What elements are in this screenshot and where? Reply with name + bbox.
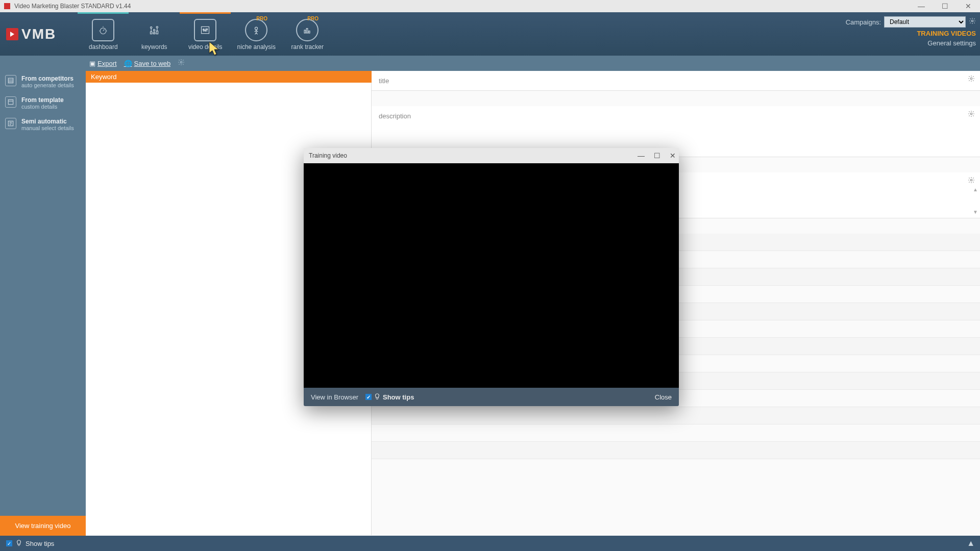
view-training-video-button[interactable]: View training video xyxy=(0,516,86,536)
bulb-icon xyxy=(15,539,22,548)
sidebar-item-semi-auto[interactable]: Semi automatic manual select details xyxy=(0,114,86,135)
svg-rect-18 xyxy=(8,99,13,104)
modal-footer: View in Browser ✓ Show tips Close xyxy=(304,388,679,406)
svg-point-8 xyxy=(203,29,205,31)
sidebar-sub: custom details xyxy=(21,104,64,110)
svg-point-10 xyxy=(206,29,208,30)
modal-show-tips-toggle[interactable]: ✓ Show tips xyxy=(365,393,414,402)
tab-label: dashboard xyxy=(89,43,118,51)
general-settings-link[interactable]: General settings xyxy=(927,39,976,47)
video-player[interactable] xyxy=(304,163,679,388)
check-icon: ✓ xyxy=(365,394,372,400)
save-to-web-link[interactable]: 🌐 Save to web xyxy=(124,60,171,67)
competitors-icon xyxy=(5,75,16,86)
modal-close-link[interactable]: Close xyxy=(655,393,672,401)
tab-keywords[interactable]: keywords xyxy=(129,12,180,56)
list-row xyxy=(372,407,980,424)
campaigns-row: Campaigns: Default xyxy=(846,16,976,28)
show-tips-toggle[interactable]: ✓ Show tips xyxy=(6,539,54,548)
gear-icon[interactable] xyxy=(968,75,975,84)
svg-point-11 xyxy=(255,27,258,30)
view-in-browser-link[interactable]: View in Browser xyxy=(311,393,358,401)
save-web-label: Save to web xyxy=(134,60,171,67)
keywords-icon xyxy=(143,19,165,41)
close-window-button[interactable]: ✕ xyxy=(957,0,980,12)
app-icon xyxy=(4,3,10,9)
tab-rank-tracker[interactable]: PRO rank tracker xyxy=(282,12,333,56)
template-icon xyxy=(5,96,16,108)
modal-maximize-button[interactable]: ☐ xyxy=(654,152,660,160)
tab-label: keywords xyxy=(141,43,167,51)
tab-label: video details xyxy=(188,43,223,51)
check-icon: ✓ xyxy=(6,540,12,546)
list-row xyxy=(372,424,980,442)
semi-auto-icon xyxy=(5,118,16,129)
globe-icon: 🌐 xyxy=(124,60,132,67)
top-nav: VMB dashboard keywords video details PRO xyxy=(0,12,980,56)
svg-rect-5 xyxy=(154,33,155,34)
logo-text: VMB xyxy=(21,26,56,42)
sidebar-title: From competitors xyxy=(21,75,74,82)
pro-badge: PRO xyxy=(307,16,318,21)
logo-icon xyxy=(6,28,18,40)
training-video-modal: Training video — ☐ ✕ View in Browser ✓ S… xyxy=(304,148,679,406)
window-titlebar: Video Marketing Blaster STANDARD v1.44 —… xyxy=(0,0,980,12)
svg-rect-12 xyxy=(304,30,306,33)
svg-rect-4 xyxy=(151,32,152,34)
gear-icon[interactable] xyxy=(968,110,975,119)
sidebar: From competitors auto generate details F… xyxy=(0,71,86,536)
export-icon: ▣ xyxy=(89,60,95,67)
tab-dashboard[interactable]: dashboard xyxy=(78,12,129,56)
pro-badge: PRO xyxy=(256,16,267,21)
gear-icon[interactable] xyxy=(969,17,976,27)
nav-tabs: dashboard keywords video details PRO nic… xyxy=(78,12,333,56)
svg-point-16 xyxy=(180,61,182,63)
modal-show-tips-label: Show tips xyxy=(383,393,414,401)
tab-video-details[interactable]: video details xyxy=(180,12,231,56)
svg-point-20 xyxy=(970,78,972,80)
sub-toolbar: ▣ Export 🌐 Save to web xyxy=(0,56,980,71)
modal-window-controls: — ☐ ✕ xyxy=(638,152,676,160)
svg-point-21 xyxy=(970,113,972,115)
export-label: Export xyxy=(97,60,117,67)
sidebar-text: From template custom details xyxy=(21,96,64,110)
title-label: title xyxy=(379,77,389,85)
svg-point-1 xyxy=(151,27,152,28)
modal-minimize-button[interactable]: — xyxy=(638,152,645,160)
svg-point-15 xyxy=(971,20,973,22)
modal-close-button[interactable]: ✕ xyxy=(670,152,676,160)
sidebar-text: Semi automatic manual select details xyxy=(21,118,74,131)
scroll-down-icon[interactable]: ▼ xyxy=(973,209,978,215)
sidebar-title: Semi automatic xyxy=(21,118,74,125)
window-title: Video Marketing Blaster STANDARD v1.44 xyxy=(14,3,131,10)
tab-niche-analysis[interactable]: PRO niche analysis xyxy=(231,12,282,56)
bulb-icon xyxy=(374,393,381,402)
training-videos-link[interactable]: TRAINING VIDEOS xyxy=(917,30,976,37)
title-field[interactable]: title xyxy=(372,71,980,91)
video-details-icon xyxy=(194,19,216,41)
svg-point-22 xyxy=(970,179,972,181)
dashboard-icon xyxy=(92,19,114,41)
expand-icon[interactable]: ▲ xyxy=(967,539,975,548)
export-link[interactable]: ▣ Export xyxy=(89,60,117,67)
minimize-button[interactable]: — xyxy=(910,0,933,12)
sidebar-item-template[interactable]: From template custom details xyxy=(0,92,86,114)
rank-tracker-icon xyxy=(296,19,318,41)
maximize-button[interactable]: ☐ xyxy=(933,0,957,12)
svg-point-2 xyxy=(154,29,155,31)
svg-rect-17 xyxy=(8,78,13,83)
list-row xyxy=(372,442,980,459)
niche-analysis-icon xyxy=(245,19,267,41)
sidebar-item-competitors[interactable]: From competitors auto generate details xyxy=(0,71,86,92)
svg-rect-6 xyxy=(156,31,158,34)
gear-icon[interactable] xyxy=(968,177,975,186)
campaigns-select[interactable]: Default xyxy=(884,16,966,28)
scroll-up-icon[interactable]: ▲ xyxy=(973,187,978,192)
loading-icon xyxy=(178,59,185,68)
tab-label: rank tracker xyxy=(291,43,324,51)
svg-point-3 xyxy=(156,27,158,28)
svg-rect-14 xyxy=(309,31,310,33)
bottom-bar: ✓ Show tips ▲ xyxy=(0,536,980,551)
modal-titlebar: Training video — ☐ ✕ xyxy=(304,148,679,163)
tab-label: niche analysis xyxy=(237,43,276,51)
